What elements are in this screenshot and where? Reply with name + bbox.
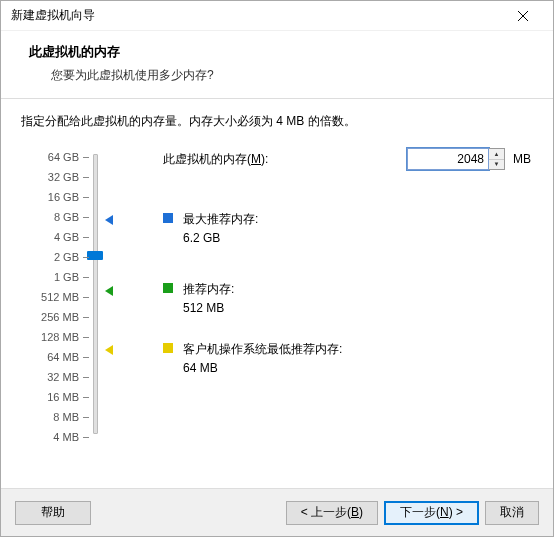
scale-label: 2 GB	[54, 251, 79, 263]
rec-min-label: 客户机操作系统最低推荐内存:	[183, 340, 342, 359]
swatch-min	[163, 343, 173, 353]
scale-label: 4 GB	[54, 231, 79, 243]
scale-label: 8 MB	[53, 411, 79, 423]
memory-input[interactable]	[407, 148, 489, 170]
scale-label: 32 GB	[48, 171, 79, 183]
scale-label: 512 MB	[41, 291, 79, 303]
memory-slider[interactable]: 64 GB32 GB16 GB8 GB4 GB2 GB1 GB512 MB256…	[21, 148, 109, 448]
swatch-rec	[163, 283, 173, 293]
scale-tick: 1 GB	[54, 270, 89, 284]
scale-tick: 16 GB	[48, 190, 89, 204]
scale-label: 16 MB	[47, 391, 79, 403]
scale-tick: 16 MB	[47, 390, 89, 404]
scale-tick: 256 MB	[41, 310, 89, 324]
titlebar: 新建虚拟机向导	[1, 1, 553, 31]
scale-tick: 4 MB	[53, 430, 89, 444]
instruction-text: 指定分配给此虚拟机的内存量。内存大小必须为 4 MB 的倍数。	[21, 113, 533, 130]
scale-tick: 8 MB	[53, 410, 89, 424]
scale-label: 64 MB	[47, 351, 79, 363]
rec-max: 最大推荐内存: 6.2 GB	[163, 210, 258, 248]
rec-max-value: 6.2 GB	[183, 229, 258, 248]
scale-tick: 2 GB	[54, 250, 89, 264]
memory-input-row: 此虚拟机的内存(M): ▲ ▼ MB	[163, 148, 533, 170]
scale-tick: 512 MB	[41, 290, 89, 304]
wizard-header: 此虚拟机的内存 您要为此虚拟机使用多少内存?	[1, 31, 553, 98]
scale-label: 4 MB	[53, 431, 79, 443]
scale-tick: 64 MB	[47, 350, 89, 364]
memory-details: 此虚拟机的内存(M): ▲ ▼ MB 最大推荐内存:	[109, 148, 533, 448]
slider-thumb[interactable]	[87, 251, 103, 260]
cancel-button[interactable]: 取消	[485, 501, 539, 525]
next-button[interactable]: 下一步(N) >	[384, 501, 479, 525]
rec-value: 512 MB	[183, 299, 234, 318]
scale-tick: 32 MB	[47, 370, 89, 384]
close-button[interactable]	[503, 2, 543, 30]
memory-spinner[interactable]: ▲ ▼	[489, 148, 505, 170]
scale-label: 32 MB	[47, 371, 79, 383]
scale-label: 8 GB	[54, 211, 79, 223]
scale-tick: 4 GB	[54, 230, 89, 244]
memory-area: 64 GB32 GB16 GB8 GB4 GB2 GB1 GB512 MB256…	[21, 148, 533, 448]
rec-min: 客户机操作系统最低推荐内存: 64 MB	[163, 340, 342, 378]
rec-label: 推荐内存:	[183, 280, 234, 299]
scale-label: 1 GB	[54, 271, 79, 283]
spin-down-icon[interactable]: ▼	[489, 160, 504, 170]
rec-min-value: 64 MB	[183, 359, 342, 378]
spin-up-icon[interactable]: ▲	[489, 149, 504, 160]
scale-tick: 32 GB	[48, 170, 89, 184]
window-title: 新建虚拟机向导	[11, 7, 503, 24]
header-title: 此虚拟机的内存	[23, 43, 531, 61]
close-icon	[518, 11, 528, 21]
scale-tick: 64 GB	[48, 150, 89, 164]
rec-recommended: 推荐内存: 512 MB	[163, 280, 234, 318]
back-button[interactable]: < 上一步(B)	[286, 501, 378, 525]
wizard-window: 新建虚拟机向导 此虚拟机的内存 您要为此虚拟机使用多少内存? 指定分配给此虚拟机…	[0, 0, 554, 537]
wizard-body: 指定分配给此虚拟机的内存量。内存大小必须为 4 MB 的倍数。 64 GB32 …	[1, 99, 553, 499]
scale-tick: 8 GB	[54, 210, 89, 224]
swatch-max	[163, 213, 173, 223]
wizard-footer: 帮助 < 上一步(B) 下一步(N) > 取消	[1, 488, 553, 536]
memory-input-wrap: ▲ ▼ MB	[407, 148, 531, 170]
scale-label: 16 GB	[48, 191, 79, 203]
scale-tick: 128 MB	[41, 330, 89, 344]
scale-label: 64 GB	[48, 151, 79, 163]
help-button[interactable]: 帮助	[15, 501, 91, 525]
memory-unit: MB	[513, 152, 531, 166]
scale-label: 256 MB	[41, 311, 79, 323]
memory-label: 此虚拟机的内存(M):	[163, 151, 268, 168]
header-subtitle: 您要为此虚拟机使用多少内存?	[23, 67, 531, 84]
slider-track	[93, 154, 98, 434]
rec-max-label: 最大推荐内存:	[183, 210, 258, 229]
scale-label: 128 MB	[41, 331, 79, 343]
